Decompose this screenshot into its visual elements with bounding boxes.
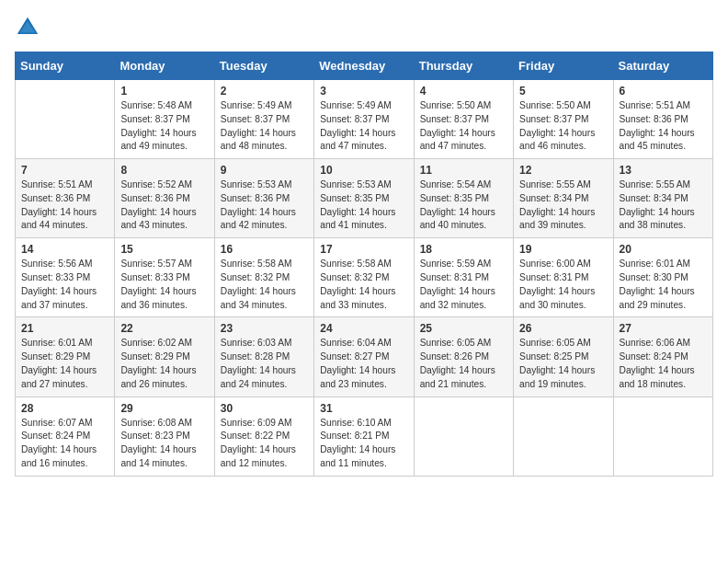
calendar-cell: 14Sunrise: 5:56 AM Sunset: 8:33 PM Dayli… bbox=[16, 238, 115, 317]
calendar-week-2: 14Sunrise: 5:56 AM Sunset: 8:33 PM Dayli… bbox=[16, 238, 713, 317]
day-number: 20 bbox=[620, 243, 707, 256]
day-number: 4 bbox=[420, 85, 507, 98]
day-info: Sunrise: 5:59 AM Sunset: 8:31 PM Dayligh… bbox=[420, 258, 507, 312]
calendar-week-1: 7Sunrise: 5:51 AM Sunset: 8:36 PM Daylig… bbox=[16, 159, 713, 238]
calendar-cell: 13Sunrise: 5:55 AM Sunset: 8:34 PM Dayli… bbox=[613, 159, 712, 238]
calendar-cell bbox=[16, 80, 115, 159]
day-number: 1 bbox=[120, 85, 208, 98]
day-info: Sunrise: 5:53 AM Sunset: 8:36 PM Dayligh… bbox=[221, 178, 308, 233]
calendar-cell: 22Sunrise: 6:02 AM Sunset: 8:29 PM Dayli… bbox=[115, 317, 214, 396]
calendar-cell: 1Sunrise: 5:48 AM Sunset: 8:37 PM Daylig… bbox=[115, 80, 214, 159]
calendar-cell: 11Sunrise: 5:54 AM Sunset: 8:35 PM Dayli… bbox=[414, 159, 513, 238]
day-number: 14 bbox=[21, 243, 108, 256]
calendar-cell: 16Sunrise: 5:58 AM Sunset: 8:32 PM Dayli… bbox=[214, 238, 313, 317]
calendar-cell: 26Sunrise: 6:05 AM Sunset: 8:25 PM Dayli… bbox=[514, 317, 613, 396]
header-day-tuesday: Tuesday bbox=[214, 52, 313, 80]
calendar-cell: 25Sunrise: 6:05 AM Sunset: 8:26 PM Dayli… bbox=[414, 317, 513, 396]
calendar-cell: 3Sunrise: 5:49 AM Sunset: 8:37 PM Daylig… bbox=[314, 80, 414, 159]
day-info: Sunrise: 5:58 AM Sunset: 8:32 PM Dayligh… bbox=[221, 258, 308, 312]
calendar-cell: 30Sunrise: 6:09 AM Sunset: 8:22 PM Dayli… bbox=[214, 396, 313, 476]
day-info: Sunrise: 5:49 AM Sunset: 8:37 PM Dayligh… bbox=[320, 99, 407, 154]
calendar-cell: 18Sunrise: 5:59 AM Sunset: 8:31 PM Dayli… bbox=[414, 238, 513, 317]
calendar-cell: 9Sunrise: 5:53 AM Sunset: 8:36 PM Daylig… bbox=[214, 159, 313, 238]
day-number: 30 bbox=[221, 402, 308, 415]
day-number: 22 bbox=[120, 322, 208, 335]
day-info: Sunrise: 5:52 AM Sunset: 8:36 PM Dayligh… bbox=[120, 178, 208, 233]
calendar-week-3: 21Sunrise: 6:01 AM Sunset: 8:29 PM Dayli… bbox=[16, 317, 713, 396]
calendar-cell: 31Sunrise: 6:10 AM Sunset: 8:21 PM Dayli… bbox=[314, 396, 414, 476]
day-number: 23 bbox=[221, 322, 308, 335]
day-number: 31 bbox=[320, 402, 407, 415]
day-number: 12 bbox=[519, 164, 607, 177]
day-info: Sunrise: 6:09 AM Sunset: 8:22 PM Dayligh… bbox=[221, 417, 308, 471]
calendar-cell: 19Sunrise: 6:00 AM Sunset: 8:31 PM Dayli… bbox=[514, 238, 613, 317]
calendar-cell: 15Sunrise: 5:57 AM Sunset: 8:33 PM Dayli… bbox=[115, 238, 214, 317]
day-number: 13 bbox=[620, 164, 707, 177]
day-number: 19 bbox=[519, 243, 607, 256]
day-number: 28 bbox=[21, 402, 108, 415]
calendar-cell: 20Sunrise: 6:01 AM Sunset: 8:30 PM Dayli… bbox=[613, 238, 712, 317]
calendar-cell: 4Sunrise: 5:50 AM Sunset: 8:37 PM Daylig… bbox=[414, 80, 513, 159]
calendar-cell: 28Sunrise: 6:07 AM Sunset: 8:24 PM Dayli… bbox=[16, 396, 115, 476]
day-number: 21 bbox=[21, 322, 108, 335]
day-number: 9 bbox=[221, 164, 308, 177]
calendar-cell: 5Sunrise: 5:50 AM Sunset: 8:37 PM Daylig… bbox=[514, 80, 613, 159]
day-info: Sunrise: 5:49 AM Sunset: 8:37 PM Dayligh… bbox=[221, 99, 308, 154]
day-info: Sunrise: 6:01 AM Sunset: 8:29 PM Dayligh… bbox=[21, 337, 108, 391]
header bbox=[15, 15, 713, 40]
day-number: 17 bbox=[320, 243, 407, 256]
calendar-cell: 21Sunrise: 6:01 AM Sunset: 8:29 PM Dayli… bbox=[16, 317, 115, 396]
day-number: 25 bbox=[420, 322, 507, 335]
header-day-thursday: Thursday bbox=[414, 52, 513, 80]
calendar-cell: 27Sunrise: 6:06 AM Sunset: 8:24 PM Dayli… bbox=[613, 317, 712, 396]
calendar-cell: 29Sunrise: 6:08 AM Sunset: 8:23 PM Dayli… bbox=[115, 396, 214, 476]
calendar-table: SundayMondayTuesdayWednesdayThursdayFrid… bbox=[15, 52, 713, 477]
day-info: Sunrise: 6:04 AM Sunset: 8:27 PM Dayligh… bbox=[320, 337, 407, 391]
header-day-friday: Friday bbox=[514, 52, 613, 80]
day-info: Sunrise: 5:53 AM Sunset: 8:35 PM Dayligh… bbox=[320, 178, 407, 233]
day-number: 7 bbox=[21, 164, 108, 177]
logo bbox=[15, 15, 44, 40]
day-info: Sunrise: 5:51 AM Sunset: 8:36 PM Dayligh… bbox=[620, 99, 707, 154]
day-info: Sunrise: 5:58 AM Sunset: 8:32 PM Dayligh… bbox=[320, 258, 407, 312]
day-number: 3 bbox=[320, 85, 407, 98]
day-number: 29 bbox=[120, 402, 208, 415]
day-info: Sunrise: 5:48 AM Sunset: 8:37 PM Dayligh… bbox=[120, 99, 208, 154]
day-info: Sunrise: 6:07 AM Sunset: 8:24 PM Dayligh… bbox=[21, 417, 108, 471]
calendar-cell bbox=[514, 396, 613, 476]
calendar-cell bbox=[414, 396, 513, 476]
day-number: 15 bbox=[120, 243, 208, 256]
day-info: Sunrise: 6:10 AM Sunset: 8:21 PM Dayligh… bbox=[320, 417, 407, 471]
day-info: Sunrise: 6:06 AM Sunset: 8:24 PM Dayligh… bbox=[620, 337, 707, 391]
day-info: Sunrise: 5:54 AM Sunset: 8:35 PM Dayligh… bbox=[420, 178, 507, 233]
day-info: Sunrise: 5:56 AM Sunset: 8:33 PM Dayligh… bbox=[21, 258, 108, 312]
calendar-cell bbox=[613, 396, 712, 476]
calendar-cell: 8Sunrise: 5:52 AM Sunset: 8:36 PM Daylig… bbox=[115, 159, 214, 238]
calendar-cell: 17Sunrise: 5:58 AM Sunset: 8:32 PM Dayli… bbox=[314, 238, 414, 317]
header-day-sunday: Sunday bbox=[16, 52, 115, 80]
day-info: Sunrise: 6:08 AM Sunset: 8:23 PM Dayligh… bbox=[120, 417, 208, 471]
header-day-saturday: Saturday bbox=[613, 52, 712, 80]
day-number: 26 bbox=[519, 322, 607, 335]
day-info: Sunrise: 5:51 AM Sunset: 8:36 PM Dayligh… bbox=[21, 178, 108, 233]
logo-icon bbox=[15, 15, 40, 40]
calendar-cell: 7Sunrise: 5:51 AM Sunset: 8:36 PM Daylig… bbox=[16, 159, 115, 238]
day-info: Sunrise: 5:55 AM Sunset: 8:34 PM Dayligh… bbox=[620, 178, 707, 233]
calendar-week-4: 28Sunrise: 6:07 AM Sunset: 8:24 PM Dayli… bbox=[16, 396, 713, 476]
day-number: 18 bbox=[420, 243, 507, 256]
day-info: Sunrise: 5:57 AM Sunset: 8:33 PM Dayligh… bbox=[120, 258, 208, 312]
day-number: 16 bbox=[221, 243, 308, 256]
header-day-wednesday: Wednesday bbox=[314, 52, 414, 80]
calendar-cell: 2Sunrise: 5:49 AM Sunset: 8:37 PM Daylig… bbox=[214, 80, 313, 159]
day-number: 6 bbox=[620, 85, 707, 98]
day-number: 27 bbox=[620, 322, 707, 335]
calendar-cell: 6Sunrise: 5:51 AM Sunset: 8:36 PM Daylig… bbox=[613, 80, 712, 159]
day-number: 5 bbox=[519, 85, 607, 98]
calendar-header-row: SundayMondayTuesdayWednesdayThursdayFrid… bbox=[16, 52, 713, 80]
calendar-cell: 23Sunrise: 6:03 AM Sunset: 8:28 PM Dayli… bbox=[214, 317, 313, 396]
day-number: 10 bbox=[320, 164, 407, 177]
day-info: Sunrise: 6:03 AM Sunset: 8:28 PM Dayligh… bbox=[221, 337, 308, 391]
day-info: Sunrise: 6:02 AM Sunset: 8:29 PM Dayligh… bbox=[120, 337, 208, 391]
calendar-cell: 10Sunrise: 5:53 AM Sunset: 8:35 PM Dayli… bbox=[314, 159, 414, 238]
day-info: Sunrise: 6:01 AM Sunset: 8:30 PM Dayligh… bbox=[620, 258, 707, 312]
